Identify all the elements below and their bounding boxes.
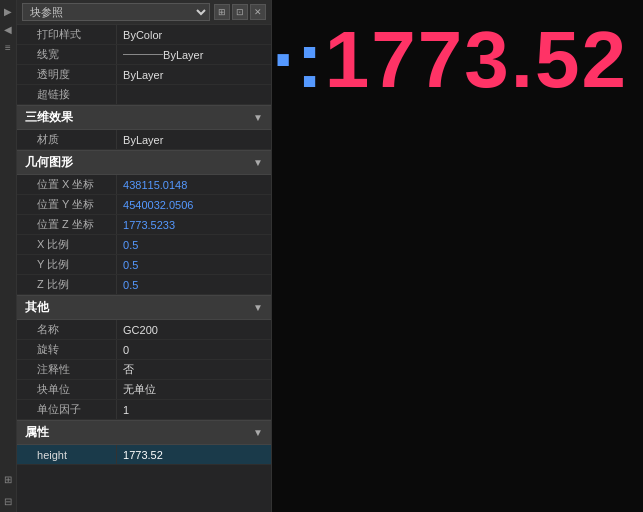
prop-row-material: 材质 ByLayer (17, 130, 271, 150)
prop-row-scale-z: Z 比例 0.5 (17, 275, 271, 295)
label-block-unit: 块单位 (17, 380, 117, 399)
value-transparency: ByLayer (117, 65, 271, 84)
label-hyperlink: 超链接 (17, 85, 117, 104)
label-scale-z: Z 比例 (17, 275, 117, 294)
label-pos-x: 位置 X 坐标 (17, 175, 117, 194)
value-material: ByLayer (117, 130, 271, 149)
value-scale-x: 0.5 (117, 235, 271, 254)
value-scale-z: 0.5 (117, 275, 271, 294)
header-icons: ⊞ ⊡ ✕ (214, 4, 266, 20)
section-other[interactable]: 其他 ▼ (17, 295, 271, 320)
value-hyperlink (117, 85, 271, 104)
section-attributes-arrow: ▼ (253, 427, 263, 438)
label-pos-y: 位置 Y 坐标 (17, 195, 117, 214)
value-annotative: 否 (117, 360, 271, 379)
big-number-display: ·:1773.52 (272, 20, 628, 100)
side-icon-bottom-2[interactable]: ⊟ (1, 494, 15, 508)
header-icon-close[interactable]: ✕ (250, 4, 266, 20)
properties-panel: 块参照 ⊞ ⊡ ✕ 打印样式 ByColor 线宽 ByLayer 透明度 By… (17, 0, 272, 512)
side-icon-strip: ▶ ◀ ≡ ⊞ ⊟ (0, 0, 17, 512)
label-rotation: 旋转 (17, 340, 117, 359)
label-print-style: 打印样式 (17, 25, 117, 44)
prop-row-scale-x: X 比例 0.5 (17, 235, 271, 255)
label-name: 名称 (17, 320, 117, 339)
label-scale-y: Y 比例 (17, 255, 117, 274)
prop-row-name: 名称 GC200 (17, 320, 271, 340)
side-icon-3[interactable]: ≡ (1, 40, 15, 54)
label-scale-x: X 比例 (17, 235, 117, 254)
side-icon-1[interactable]: ▶ (1, 4, 15, 18)
header-icon-grid[interactable]: ⊞ (214, 4, 230, 20)
value-pos-y: 4540032.0506 (117, 195, 271, 214)
block-type-dropdown[interactable]: 块参照 (22, 3, 210, 21)
prop-row-annotative: 注释性 否 (17, 360, 271, 380)
side-icon-bottom-1[interactable]: ⊞ (1, 472, 15, 486)
section-geometry[interactable]: 几何图形 ▼ (17, 150, 271, 175)
value-pos-z: 1773.5233 (117, 215, 271, 234)
prop-row-block-unit: 块单位 无单位 (17, 380, 271, 400)
label-transparency: 透明度 (17, 65, 117, 84)
value-block-unit: 无单位 (117, 380, 271, 399)
prop-table: 打印样式 ByColor 线宽 ByLayer 透明度 ByLayer 超链接 … (17, 25, 271, 512)
section-3d-arrow: ▼ (253, 112, 263, 123)
value-scale-y: 0.5 (117, 255, 271, 274)
label-height: height (17, 445, 117, 464)
section-geometry-label: 几何图形 (25, 154, 73, 171)
section-attributes-label: 属性 (25, 424, 49, 441)
value-rotation: 0 (117, 340, 271, 359)
prop-row-hyperlink: 超链接 (17, 85, 271, 105)
value-name: GC200 (117, 320, 271, 339)
label-pos-z: 位置 Z 坐标 (17, 215, 117, 234)
panel-header: 块参照 ⊞ ⊡ ✕ (17, 0, 271, 25)
label-linewidth: 线宽 (17, 45, 117, 64)
label-annotative: 注释性 (17, 360, 117, 379)
section-3d[interactable]: 三维效果 ▼ (17, 105, 271, 130)
value-unit-factor: 1 (117, 400, 271, 419)
value-linewidth: ByLayer (117, 45, 271, 64)
prop-row-rotation: 旋转 0 (17, 340, 271, 360)
section-geometry-arrow: ▼ (253, 157, 263, 168)
section-3d-label: 三维效果 (25, 109, 73, 126)
prop-row-pos-y: 位置 Y 坐标 4540032.0506 (17, 195, 271, 215)
prop-row-pos-x: 位置 X 坐标 438115.0148 (17, 175, 271, 195)
value-print-style: ByColor (117, 25, 271, 44)
prop-row-unit-factor: 单位因子 1 (17, 400, 271, 420)
prop-row-scale-y: Y 比例 0.5 (17, 255, 271, 275)
prop-row-transparency: 透明度 ByLayer (17, 65, 271, 85)
prop-row-pos-z: 位置 Z 坐标 1773.5233 (17, 215, 271, 235)
value-pos-x: 438115.0148 (117, 175, 271, 194)
header-icon-list[interactable]: ⊡ (232, 4, 248, 20)
right-display-area: ·:1773.52 (272, 0, 643, 512)
number-value: 1773.52 (325, 15, 628, 104)
number-prefix: ·: (272, 15, 325, 104)
section-other-arrow: ▼ (253, 302, 263, 313)
section-attributes[interactable]: 属性 ▼ (17, 420, 271, 445)
prop-row-linewidth: 线宽 ByLayer (17, 45, 271, 65)
prop-row-print-style: 打印样式 ByColor (17, 25, 271, 45)
side-icon-2[interactable]: ◀ (1, 22, 15, 36)
label-unit-factor: 单位因子 (17, 400, 117, 419)
value-height: 1773.52 (117, 445, 271, 464)
label-material: 材质 (17, 130, 117, 149)
prop-row-height: height 1773.52 (17, 445, 271, 465)
section-other-label: 其他 (25, 299, 49, 316)
